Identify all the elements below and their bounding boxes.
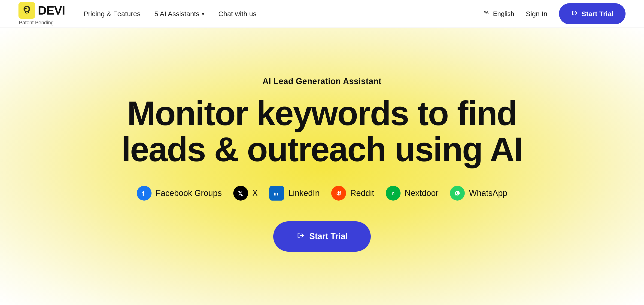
nav-link-ai-assistants[interactable]: 5 AI Assistants ▾ bbox=[154, 10, 204, 18]
hero-title-line1: Monitor keywords to find bbox=[127, 94, 517, 132]
svg-point-2 bbox=[25, 8, 26, 9]
hero-start-trial-label: Start Trial bbox=[309, 232, 348, 241]
reddit-icon bbox=[331, 186, 346, 200]
chevron-down-icon: ▾ bbox=[202, 11, 204, 17]
logo-subtitle: Patent Pending bbox=[19, 20, 54, 26]
reddit-label: Reddit bbox=[350, 188, 374, 198]
svg-text:f: f bbox=[142, 190, 144, 197]
logo[interactable]: DEVI Patent Pending bbox=[18, 2, 65, 26]
platform-reddit: Reddit bbox=[331, 186, 374, 200]
navbar-start-trial-label: Start Trial bbox=[582, 10, 614, 18]
hero-section: AI Lead Generation Assistant Monitor key… bbox=[0, 28, 644, 305]
platform-nextdoor: n Nextdoor bbox=[386, 186, 438, 200]
platform-x: 𝕏 X bbox=[233, 186, 258, 200]
nextdoor-label: Nextdoor bbox=[405, 188, 438, 198]
logo-text: DEVI bbox=[38, 4, 65, 17]
nav-link-chat[interactable]: Chat with us bbox=[218, 10, 256, 18]
facebook-label: Facebook Groups bbox=[156, 188, 222, 198]
language-selector[interactable]: English bbox=[483, 9, 514, 18]
x-icon: 𝕏 bbox=[233, 186, 248, 200]
svg-point-8 bbox=[337, 193, 338, 194]
svg-text:𝕏: 𝕏 bbox=[238, 190, 243, 197]
svg-point-11 bbox=[338, 190, 339, 192]
language-label: English bbox=[493, 10, 514, 18]
svg-text:n: n bbox=[392, 190, 394, 196]
hero-title: Monitor keywords to find leads & outreac… bbox=[122, 96, 523, 167]
facebook-icon: f bbox=[137, 186, 152, 200]
hero-title-line2: leads & outreach using AI bbox=[122, 130, 523, 168]
hero-start-trial-button[interactable]: Start Trial bbox=[273, 221, 371, 252]
x-label: X bbox=[252, 188, 258, 198]
nav-right: English Sign In Start Trial bbox=[483, 3, 626, 24]
social-platforms: f Facebook Groups 𝕏 X in LinkedIn bbox=[137, 186, 508, 200]
sign-in-link[interactable]: Sign In bbox=[526, 10, 547, 18]
svg-text:in: in bbox=[274, 191, 278, 197]
nav-link-pricing[interactable]: Pricing & Features bbox=[84, 10, 140, 18]
linkedin-icon: in bbox=[269, 186, 284, 200]
hero-subtitle: AI Lead Generation Assistant bbox=[263, 76, 382, 86]
platform-whatsapp: WhatsApp bbox=[450, 186, 507, 200]
login-icon bbox=[571, 9, 578, 18]
navbar: DEVI Patent Pending Pricing & Features 5… bbox=[0, 0, 644, 28]
platform-facebook: f Facebook Groups bbox=[137, 186, 222, 200]
translate-icon bbox=[483, 9, 490, 18]
linkedin-label: LinkedIn bbox=[288, 188, 320, 198]
logo-icon bbox=[18, 2, 35, 19]
navbar-start-trial-button[interactable]: Start Trial bbox=[559, 3, 626, 24]
nextdoor-icon: n bbox=[386, 186, 400, 200]
nav-links: Pricing & Features 5 AI Assistants ▾ Cha… bbox=[84, 10, 256, 18]
hero-login-icon bbox=[296, 231, 305, 242]
whatsapp-label: WhatsApp bbox=[469, 188, 507, 198]
nav-left: DEVI Patent Pending Pricing & Features 5… bbox=[18, 2, 256, 26]
platform-linkedin: in LinkedIn bbox=[269, 186, 320, 200]
svg-point-9 bbox=[339, 193, 340, 194]
whatsapp-icon bbox=[450, 186, 465, 200]
